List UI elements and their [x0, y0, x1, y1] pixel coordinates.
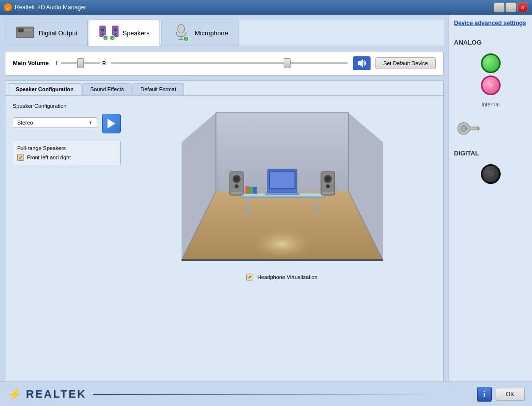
- full-range-title: Full-range Speakers: [17, 145, 116, 151]
- tab-speakers[interactable]: ✓ ✓ Speakers: [89, 20, 160, 46]
- svg-rect-59: [478, 127, 479, 130]
- dropdown-value: Stereo: [17, 120, 33, 126]
- ok-button[interactable]: OK: [496, 388, 525, 401]
- speaker-config-section: Speaker Configuration Stereo ▼: [13, 103, 121, 133]
- speakers-label: Speakers: [123, 29, 150, 37]
- svg-point-45: [326, 185, 329, 188]
- play-triangle-icon: [107, 119, 115, 128]
- realtek-emblem-icon: ⚡: [7, 387, 22, 401]
- info-button[interactable]: i: [477, 387, 492, 402]
- title-bar-left: ♪ Realtek HD Audio Manager: [4, 3, 86, 11]
- realtek-logo: ⚡ REALTEK: [7, 387, 436, 401]
- room-svg: [177, 103, 388, 270]
- left-panel: Digital Output ✓ ✓: [0, 15, 449, 406]
- dropdown-arrow-icon: ▼: [88, 120, 93, 125]
- svg-rect-4: [30, 29, 31, 31]
- microphone-icon: ✓: [171, 24, 191, 42]
- svg-rect-52: [253, 187, 257, 194]
- port-pink[interactable]: [481, 76, 501, 95]
- tab-digital-output[interactable]: Digital Output: [5, 20, 88, 46]
- bottom-bar: ⚡ REALTEK i OK: [0, 381, 532, 406]
- set-default-button[interactable]: Set Default Device: [375, 57, 436, 69]
- main-container: Digital Output ✓ ✓: [0, 15, 532, 406]
- config-content: Speaker Configuration Stereo ▼: [5, 96, 443, 401]
- svg-text:✓: ✓: [111, 36, 114, 40]
- mute-button[interactable]: [353, 56, 371, 70]
- speaker-icon: [357, 59, 367, 68]
- svg-point-8: [102, 33, 104, 35]
- device-advanced-link[interactable]: Device advanced settings: [454, 20, 527, 27]
- config-tab-speaker-config[interactable]: Speaker Configuration: [8, 83, 81, 95]
- svg-point-25: [243, 221, 321, 260]
- bottom-right: i OK: [477, 387, 525, 402]
- svg-point-10: [114, 28, 117, 31]
- svg-rect-51: [249, 187, 253, 194]
- headphone-virt-label: Headphone Virtualization: [257, 274, 318, 280]
- minimize-button[interactable]: –: [494, 2, 505, 12]
- svg-rect-1: [18, 28, 24, 32]
- balance-slider[interactable]: [61, 62, 100, 64]
- front-left-right-row: ✓ Front left and right: [17, 154, 116, 161]
- config-panel: Speaker Configuration Sound Effects Defa…: [5, 80, 444, 401]
- svg-rect-53: [265, 193, 299, 195]
- play-button[interactable]: [102, 114, 121, 133]
- svg-rect-17: [180, 33, 183, 37]
- lr-labels: L R: [56, 60, 106, 66]
- svg-text:✓: ✓: [104, 36, 107, 40]
- svg-rect-50: [245, 186, 249, 194]
- speakers-icon: ✓ ✓: [99, 24, 119, 42]
- svg-point-16: [178, 25, 185, 33]
- config-tab-bar: Speaker Configuration Sound Effects Defa…: [5, 81, 443, 96]
- internal-label: Internal: [454, 102, 527, 107]
- realtek-text: REALTEK: [26, 388, 86, 401]
- svg-point-54: [489, 61, 493, 65]
- port-dark-icon: [486, 169, 496, 179]
- analog-section-title: ANALOG: [454, 39, 527, 46]
- port-green[interactable]: [481, 53, 501, 73]
- right-panel: Device advanced settings ANALOG Internal: [449, 15, 532, 406]
- svg-text:✓: ✓: [185, 37, 187, 41]
- config-left: Speaker Configuration Stereo ▼: [13, 103, 121, 393]
- speaker-visualization: ✓ Headphone Virtualization: [128, 103, 436, 393]
- config-tab-default-format[interactable]: Default Format: [133, 83, 184, 95]
- maximize-button[interactable]: □: [505, 2, 516, 12]
- digital-ports: [454, 164, 527, 184]
- front-left-right-checkbox[interactable]: ✓: [17, 154, 24, 161]
- svg-point-43: [325, 177, 330, 181]
- title-bar: ♪ Realtek HD Audio Manager – □ ✕: [0, 0, 532, 15]
- analog-ports: [454, 53, 527, 95]
- volume-label: Main Volume: [13, 60, 49, 67]
- digital-output-icon: [15, 25, 35, 41]
- mic-plug-icon: [454, 114, 483, 143]
- svg-point-37: [234, 177, 239, 181]
- config-tab-sound-effects[interactable]: Sound Effects: [82, 83, 132, 95]
- digital-output-label: Digital Output: [39, 29, 78, 37]
- headphone-virt-checkbox[interactable]: ✓: [246, 274, 253, 280]
- svg-rect-40: [231, 192, 242, 194]
- svg-marker-22: [358, 59, 363, 67]
- right-channel-label: R: [102, 60, 106, 66]
- port-dark[interactable]: [481, 164, 501, 184]
- svg-rect-46: [322, 192, 334, 194]
- speaker-config-label: Speaker Configuration: [13, 103, 121, 109]
- front-left-right-label: Front left and right: [27, 154, 71, 160]
- speaker-config-dropdown[interactable]: Stereo ▼: [13, 117, 97, 128]
- window-controls: – □ ✕: [494, 2, 528, 12]
- microphone-label: Microphone: [195, 29, 228, 37]
- port-green-icon: [486, 58, 496, 68]
- mic-connector-icon[interactable]: [454, 114, 483, 143]
- svg-point-57: [461, 126, 467, 131]
- realtek-line: [93, 394, 436, 395]
- left-channel-label: L: [56, 60, 59, 66]
- svg-rect-2: [25, 29, 27, 31]
- headphone-virt-row: ✓ Headphone Virtualization: [246, 274, 318, 280]
- device-tab-bar: Digital Output ✓ ✓: [5, 20, 444, 46]
- svg-point-55: [489, 83, 493, 87]
- volume-slider[interactable]: [111, 62, 348, 64]
- svg-point-60: [489, 172, 493, 176]
- close-button[interactable]: ✕: [517, 2, 528, 12]
- app-icon: ♪: [4, 3, 12, 11]
- title-text: Realtek HD Audio Manager: [15, 4, 86, 11]
- tab-microphone[interactable]: ✓ Microphone: [161, 20, 239, 46]
- volume-section: Main Volume L R Set Default Device: [5, 51, 444, 76]
